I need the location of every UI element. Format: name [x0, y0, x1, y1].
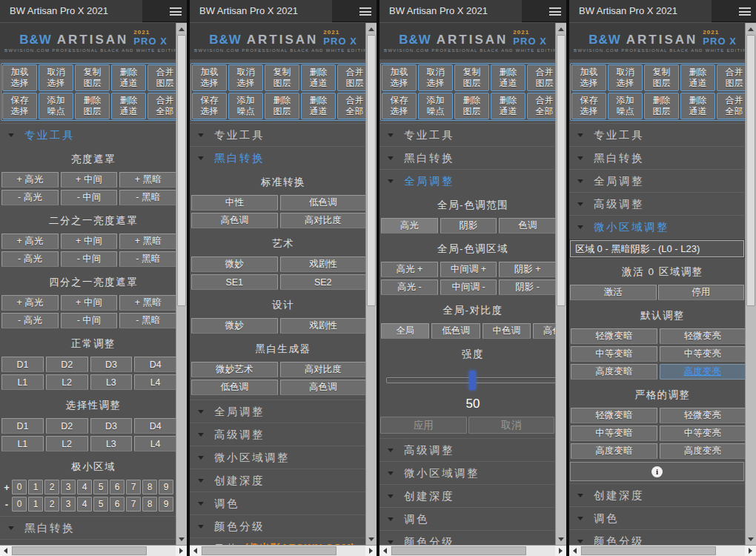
preset-button-subtle-art[interactable]: 微妙艺术	[191, 362, 278, 377]
panel-tab[interactable]: BW Artisan Pro X 2021	[379, 0, 522, 22]
preset-button-subtle[interactable]: 微妙	[191, 257, 278, 272]
adjust-button-l1[interactable]: L1	[1, 374, 44, 390]
scroll-right-icon[interactable]	[176, 546, 187, 556]
mask-button[interactable]: + 中间	[61, 295, 118, 311]
delete-layer-button[interactable]: 删除图层	[454, 93, 489, 119]
vertical-scrollbar[interactable]	[745, 23, 756, 545]
preset-button-high-key[interactable]: 高色调	[280, 380, 367, 395]
adjust-button-darken-high[interactable]: 高度变暗	[571, 364, 657, 380]
preset-button-dramatic[interactable]: 戏剧性	[280, 318, 367, 334]
mask-button[interactable]: - 高光	[1, 251, 59, 267]
horizontal-scrollbar-thumb[interactable]	[12, 546, 147, 555]
adjust-button-lighten-slight[interactable]: 轻微变亮	[660, 328, 746, 344]
mask-button[interactable]: - 中间	[61, 313, 118, 328]
delete-channels-button[interactable]: 删除通道	[491, 64, 525, 91]
horizontal-scrollbar-thumb[interactable]	[202, 546, 336, 555]
info-button[interactable]: i	[570, 462, 744, 481]
delete-layer-button[interactable]: 删除图层	[265, 93, 299, 119]
adjust-button-d1[interactable]: D1	[1, 418, 44, 434]
section-toning[interactable]: 调色	[569, 506, 756, 529]
digit-button[interactable]: 9	[159, 497, 173, 512]
section-micro-area[interactable]: 微小区域调整	[379, 461, 566, 484]
section-bw-conversion[interactable]: 黑白转换	[190, 146, 377, 169]
preset-button-se1[interactable]: SE1	[191, 274, 278, 290]
duplicate-layer-button[interactable]: 复制图层	[454, 64, 489, 91]
delete-channels-button[interactable]: 删除通道	[301, 64, 336, 91]
vertical-scrollbar[interactable]	[365, 23, 377, 545]
adjust-button-darken-slight[interactable]: 轻微变暗	[571, 408, 657, 423]
scroll-down-icon[interactable]	[366, 534, 377, 544]
mask-button[interactable]: + 黑暗	[119, 295, 176, 311]
menu-icon[interactable]	[359, 7, 371, 16]
adjust-button-lighten-high-selected[interactable]: 高度变亮	[660, 364, 746, 380]
digit-button[interactable]: 8	[142, 480, 157, 494]
section-create-depth[interactable]: 创建深度	[569, 483, 756, 506]
section-pro-tools[interactable]: 专业工具	[379, 123, 566, 146]
adjust-button-darken-slight[interactable]: 轻微变暗	[571, 328, 657, 344]
mask-button[interactable]: - 中间	[61, 251, 118, 267]
section-color-grading[interactable]: 颜色分级	[379, 530, 566, 545]
adjust-button-l4[interactable]: L4	[134, 436, 176, 451]
section-color-grading[interactable]: 颜色分级	[190, 514, 377, 537]
section-advanced-adjust[interactable]: 高级调整	[569, 192, 756, 215]
scroll-left-icon[interactable]	[379, 546, 391, 556]
mask-button[interactable]: + 高光	[1, 172, 59, 188]
section-bw-conversion[interactable]: 黑白转换	[569, 146, 756, 169]
tone-button-shadows[interactable]: 阴影	[440, 218, 497, 234]
mask-button[interactable]: + 黑暗	[119, 234, 176, 249]
contrast-button-global[interactable]: 全局	[381, 323, 429, 339]
section-global-adjust[interactable]: 全局调整	[0, 539, 187, 545]
scroll-left-icon[interactable]	[569, 546, 580, 556]
save-selection-button[interactable]: 保存选择	[2, 93, 37, 119]
adjust-button-d3[interactable]: D3	[90, 418, 133, 434]
menu-icon[interactable]	[170, 7, 182, 16]
tone-button[interactable]: 阴影 -	[499, 279, 556, 295]
horizontal-scrollbar[interactable]	[0, 545, 187, 556]
adjust-button-lighten-medium[interactable]: 中等变亮	[660, 426, 746, 441]
adjust-button-l3[interactable]: L3	[90, 374, 133, 390]
digit-button[interactable]: 5	[93, 497, 108, 512]
delete-channels-button[interactable]: 删除通道	[680, 64, 715, 91]
digit-button[interactable]: 0	[12, 497, 27, 512]
tone-button[interactable]: 中间调 -	[440, 279, 497, 295]
section-create-depth[interactable]: 创建深度	[379, 484, 566, 507]
strength-slider[interactable]	[386, 369, 560, 391]
delete-channels-button[interactable]: 删除通道	[301, 93, 336, 119]
horizontal-scrollbar[interactable]	[569, 545, 756, 556]
scroll-left-icon[interactable]	[0, 546, 11, 556]
mask-button[interactable]: + 中间	[61, 234, 118, 249]
vertical-scrollbar-thumb[interactable]	[367, 35, 376, 306]
deactivate-button[interactable]: 停用	[658, 285, 745, 300]
digit-button[interactable]: 5	[93, 480, 108, 494]
section-style[interactable]: 风格(趣光影AEOWN.COM)	[190, 537, 377, 545]
preset-button-high-contrast[interactable]: 高对比度	[280, 213, 367, 228]
load-selection-button[interactable]: 加载选择	[192, 64, 227, 91]
digit-button[interactable]: 6	[110, 497, 125, 512]
section-pro-tools[interactable]: 专业工具	[190, 123, 377, 146]
cancel-button[interactable]: 取消	[468, 417, 555, 434]
digit-button[interactable]: 3	[61, 497, 76, 512]
vertical-scrollbar-thumb[interactable]	[177, 35, 186, 306]
horizontal-scrollbar[interactable]	[379, 545, 566, 556]
digit-button[interactable]: 6	[110, 480, 125, 494]
preset-button-neutral[interactable]: 中性	[191, 195, 278, 211]
preset-button-subtle[interactable]: 微妙	[191, 318, 278, 334]
digit-button[interactable]: 7	[126, 497, 141, 512]
adjust-button-darken-high[interactable]: 高度变暗	[571, 443, 657, 459]
scroll-left-icon[interactable]	[190, 546, 201, 556]
mask-button[interactable]: - 黑暗	[119, 313, 176, 328]
slider-handle[interactable]	[469, 371, 476, 390]
duplicate-layer-button[interactable]: 复制图层	[75, 64, 110, 91]
section-advanced-adjust[interactable]: 高级调整	[190, 423, 377, 446]
section-global-adjust[interactable]: 全局调整	[190, 400, 377, 423]
adjust-button-lighten-medium[interactable]: 中等变亮	[660, 346, 746, 362]
preset-button-low-key[interactable]: 低色调	[191, 380, 278, 395]
section-pro-tools[interactable]: 专业工具	[0, 123, 187, 146]
panel-tab[interactable]: BW Artisan Pro X 2021	[0, 0, 142, 22]
panel-tab[interactable]: BW Artisan Pro X 2021	[190, 0, 332, 22]
horizontal-scrollbar[interactable]	[190, 545, 377, 556]
section-toning[interactable]: 调色	[190, 492, 377, 514]
scroll-up-icon[interactable]	[746, 24, 756, 34]
adjust-button-d3[interactable]: D3	[90, 357, 133, 372]
section-bw-conversion[interactable]: 黑白转换	[379, 146, 566, 169]
